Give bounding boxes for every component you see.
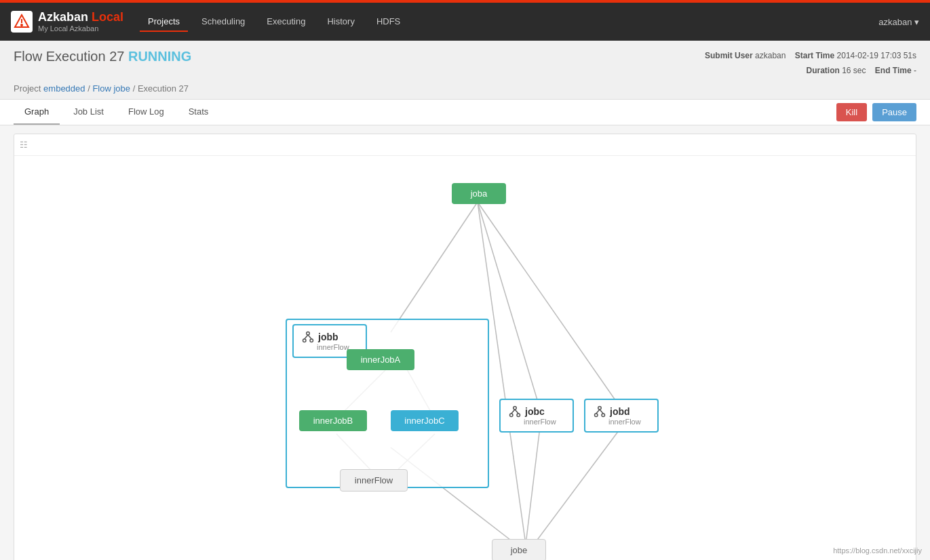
node-jobd-sublabel: innerFlow [608, 418, 641, 426]
node-joba-label: joba [471, 188, 488, 199]
node-jobb-sublabel: innerFlow [317, 343, 349, 351]
svg-point-26 [602, 414, 605, 417]
svg-point-19 [514, 407, 517, 410]
svg-point-2 [21, 24, 22, 26]
meta-row: Flow Execution 27 RUNNING Submit User az… [14, 49, 916, 78]
execution-title-text: Flow Execution 27 [14, 49, 124, 64]
start-time-value: 2014-02-19 17:03 51s [837, 51, 916, 60]
tab-graph[interactable]: Graph [14, 100, 60, 125]
logo-sub: My Local Azkaban [38, 24, 123, 33]
tab-stats[interactable]: Stats [178, 100, 220, 125]
svg-line-22 [511, 409, 515, 414]
toolbar-icon: ☷ [20, 140, 28, 150]
breadcrumb: Project embedded / Flow jobe / Execution… [14, 83, 916, 99]
start-time-label: Start Time [795, 51, 834, 60]
tab-list: Graph Job List Flow Log Stats [14, 100, 222, 125]
svg-line-3 [391, 202, 478, 332]
end-time-label: End Time [875, 66, 912, 75]
project-link[interactable]: embedded [43, 83, 85, 94]
nav-hdfs[interactable]: HDFS [368, 12, 408, 32]
svg-point-15 [303, 339, 307, 342]
svg-point-16 [310, 339, 313, 342]
logo-name: Azkaban [38, 10, 88, 24]
node-jobc-sublabel: innerFlow [524, 418, 556, 426]
svg-line-8 [526, 427, 540, 544]
node-innerFlow-label: innerFlow [355, 475, 393, 485]
submit-user-label: Submit User [705, 51, 753, 60]
submit-user-row: Submit User azkaban Start Time 2014-02-1… [705, 49, 916, 64]
meta-left: Flow Execution 27 RUNNING [14, 49, 705, 67]
watermark: https://blog.csdn.net/xxcijiy [833, 546, 922, 555]
logo-text: Azkaban Local My Local Azkaban [38, 10, 123, 34]
svg-point-24 [598, 407, 602, 410]
graph-toolbar: ☷ [14, 134, 916, 156]
node-innerJobA[interactable]: innerJobA [347, 349, 414, 370]
node-jobc-icon: jobc [509, 405, 545, 418]
pause-button[interactable]: Pause [872, 103, 916, 121]
execution-status: RUNNING [128, 49, 191, 64]
svg-point-14 [307, 332, 310, 336]
node-jobd-icon: jobd [594, 405, 630, 418]
user-dropdown[interactable]: azkaban [878, 17, 919, 27]
svg-line-28 [600, 409, 603, 414]
kill-button[interactable]: Kill [836, 103, 867, 121]
svg-line-17 [305, 335, 308, 339]
node-jobb-label: jobb [318, 332, 338, 342]
page-header: Flow Execution 27 RUNNING Submit User az… [0, 41, 930, 100]
node-innerJobB[interactable]: innerJobB [299, 410, 367, 431]
node-innerFlow[interactable]: innerFlow [340, 469, 408, 492]
svg-line-23 [515, 409, 518, 414]
node-jobc[interactable]: jobc innerFlow [499, 399, 574, 433]
end-time-value: - [914, 66, 916, 75]
nav: Projects Scheduling Executing History HD… [140, 12, 408, 32]
tabs-bar: Graph Job List Flow Log Stats Kill Pause [0, 100, 930, 125]
top-bar: Azkaban Local My Local Azkaban Projects … [0, 0, 930, 41]
tab-flow-log[interactable]: Flow Log [117, 100, 175, 125]
svg-line-5 [478, 202, 621, 409]
project-label: Project [14, 83, 41, 94]
node-jobc-label: jobc [525, 406, 545, 417]
graph-container: ☷ [14, 134, 916, 560]
flow-label: Flow [92, 83, 111, 94]
breadcrumb-sep2: / [133, 83, 138, 94]
nav-executing[interactable]: Executing [258, 12, 313, 32]
node-innerJobB-label: innerJobB [313, 416, 353, 426]
duration-value: 16 sec [842, 66, 866, 75]
tab-job-list[interactable]: Job List [62, 100, 115, 125]
graph-canvas: joba jobb innerFlow innerJobA innerJobB [14, 156, 916, 560]
node-jobd[interactable]: jobd innerFlow [584, 399, 659, 433]
svg-point-25 [595, 414, 598, 417]
node-innerJobC-label: innerJobC [404, 416, 444, 426]
node-jobd-label: jobd [610, 406, 630, 417]
nav-projects[interactable]: Projects [140, 12, 188, 32]
logo-local: Local [88, 10, 123, 24]
svg-point-21 [517, 414, 520, 417]
node-joba[interactable]: joba [452, 183, 506, 204]
flow-link[interactable]: jobe [113, 83, 130, 94]
submit-user-value: azkaban [755, 51, 786, 60]
execution-title: Flow Execution 27 RUNNING [14, 49, 705, 64]
nav-history[interactable]: History [319, 12, 362, 32]
svg-line-27 [596, 409, 600, 414]
svg-point-20 [510, 414, 514, 417]
duration-row: Duration 16 sec End Time - [705, 64, 916, 79]
nav-scheduling[interactable]: Scheduling [193, 12, 253, 32]
svg-line-9 [534, 427, 621, 544]
duration-label: Duration [806, 66, 839, 75]
node-jobe[interactable]: jobe [492, 539, 546, 560]
node-jobe-label: jobe [511, 545, 528, 555]
node-innerJobC[interactable]: innerJobC [391, 410, 459, 431]
logo-area: Azkaban Local My Local Azkaban [11, 10, 123, 34]
meta-right: Submit User azkaban Start Time 2014-02-1… [705, 49, 916, 78]
execution-crumb: Execution 27 [138, 83, 189, 94]
svg-line-18 [308, 335, 311, 339]
node-jobb-icon: jobb [302, 331, 338, 343]
node-innerJobA-label: innerJobA [361, 355, 401, 365]
logo-icon [11, 11, 33, 33]
tab-buttons: Kill Pause [836, 103, 916, 121]
